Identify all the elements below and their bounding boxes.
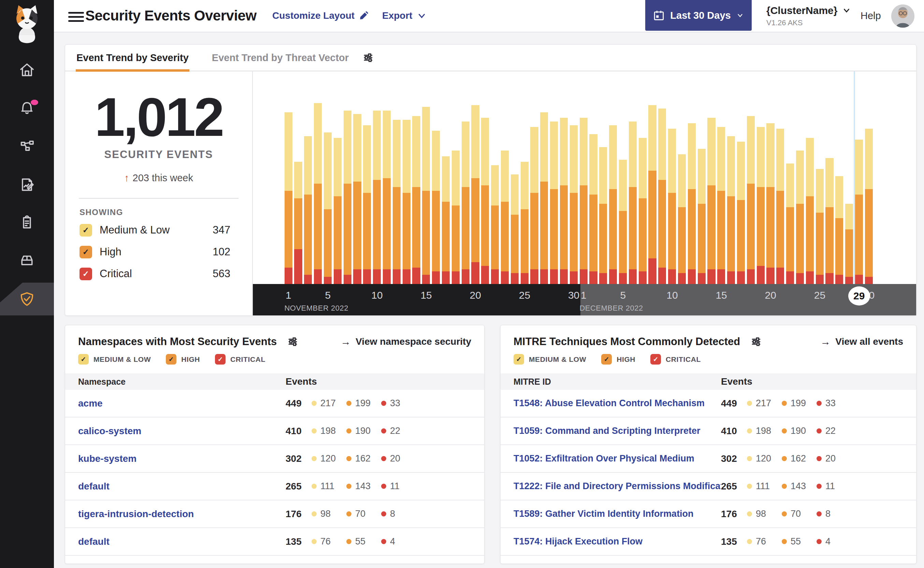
row-link[interactable]: T1059: Command and Scripting Interpreter xyxy=(514,426,701,436)
customize-layout-button[interactable]: Customize Layout xyxy=(272,10,369,21)
chart-bar[interactable] xyxy=(373,110,381,284)
chart-bar[interactable] xyxy=(442,156,450,284)
chart-bar[interactable] xyxy=(688,123,696,284)
tab-event-trend-by-threat-vector[interactable]: Event Trend by Threat Vector xyxy=(211,44,350,71)
chart-bar[interactable] xyxy=(491,165,499,284)
row-link[interactable]: default xyxy=(78,536,110,547)
chart-bar[interactable] xyxy=(707,118,715,284)
chip-critical[interactable]: ✓CRITICAL xyxy=(215,354,265,364)
chart-bar[interactable] xyxy=(806,138,814,284)
checkbox-high[interactable]: ✓ xyxy=(80,246,92,258)
chart-settings-button[interactable] xyxy=(362,52,374,63)
chart-bar[interactable] xyxy=(796,151,804,284)
row-link[interactable]: T1548: Abuse Elevation Control Mechanism xyxy=(514,398,705,408)
chart-bar[interactable] xyxy=(668,129,676,284)
sidebar-item-home[interactable] xyxy=(0,54,54,86)
chart-bar[interactable] xyxy=(580,118,588,284)
row-link[interactable]: T1222: File and Directory Permissions Mo… xyxy=(514,481,721,491)
sidebar-item-alerts[interactable] xyxy=(0,91,54,124)
chart-bar[interactable] xyxy=(501,151,509,284)
menu-icon[interactable] xyxy=(68,9,84,23)
chart-bar[interactable] xyxy=(452,151,460,284)
chart-bar[interactable] xyxy=(678,154,686,284)
sidebar-item-threat-defense[interactable] xyxy=(0,282,54,316)
severity-chart-plot[interactable] xyxy=(253,71,916,284)
row-link[interactable]: kube-system xyxy=(78,453,137,464)
chart-bar[interactable] xyxy=(609,125,617,284)
chart-bar[interactable] xyxy=(334,138,342,284)
view-all-events-link[interactable]: → View all events xyxy=(820,336,903,347)
chart-bar[interactable] xyxy=(639,138,647,284)
checkbox-critical[interactable]: ✓ xyxy=(80,267,92,280)
chart-bar[interactable] xyxy=(776,129,784,284)
row-link[interactable]: T1589: Gather Victim Identity Informatio… xyxy=(514,509,694,519)
chart-bar[interactable] xyxy=(629,121,637,284)
chart-bar[interactable] xyxy=(353,114,361,284)
chart-bar[interactable] xyxy=(845,204,853,284)
chart-bar[interactable] xyxy=(412,116,420,284)
chart-bar[interactable] xyxy=(324,133,332,284)
filter-critical[interactable]: ✓ Critical 563 xyxy=(80,263,230,285)
chart-bar[interactable] xyxy=(560,118,568,284)
chart-bar[interactable] xyxy=(717,127,725,284)
chart-bar[interactable] xyxy=(855,140,863,284)
chart-bar[interactable] xyxy=(816,169,824,284)
chart-bar[interactable] xyxy=(344,110,351,284)
chart-bar[interactable] xyxy=(314,103,322,284)
chip-medium-low[interactable]: ✓MEDIUM & LOW xyxy=(78,354,151,364)
chart-bar[interactable] xyxy=(511,174,519,284)
chart-bar[interactable] xyxy=(757,127,765,284)
chart-bar[interactable] xyxy=(865,129,873,284)
chart-bar[interactable] xyxy=(363,125,371,284)
chart-bar[interactable] xyxy=(521,162,529,284)
filter-medium-low[interactable]: ✓ Medium & Low 347 xyxy=(80,219,230,241)
chart-bar[interactable] xyxy=(648,105,656,284)
chart-bar[interactable] xyxy=(766,123,774,284)
chip-critical[interactable]: ✓CRITICAL xyxy=(650,354,701,364)
chart-bar[interactable] xyxy=(835,176,843,284)
cluster-selector[interactable]: {ClusterName} V1.26 AKS xyxy=(766,5,851,27)
view-namespace-security-link[interactable]: → View namespace security xyxy=(341,336,471,347)
chart-bar[interactable] xyxy=(570,125,578,284)
chart-bar[interactable] xyxy=(462,121,469,284)
namespaces-settings-button[interactable] xyxy=(287,336,298,347)
chart-bar[interactable] xyxy=(294,162,302,284)
chart-bar[interactable] xyxy=(471,105,479,284)
row-link[interactable]: acme xyxy=(78,398,103,409)
row-link[interactable]: T1574: Hijack Execution Flow xyxy=(514,536,642,547)
filter-high[interactable]: ✓ High 102 xyxy=(80,241,230,263)
mitre-settings-button[interactable] xyxy=(750,336,762,347)
sidebar-item-workloads[interactable] xyxy=(0,244,54,276)
row-link[interactable]: T1052: Exfiltration Over Physical Medium xyxy=(514,453,694,464)
chip-high[interactable]: ✓HIGH xyxy=(601,354,635,364)
sidebar-item-policies[interactable] xyxy=(0,168,54,201)
chart-bar[interactable] xyxy=(786,163,794,284)
chart-bar[interactable] xyxy=(747,116,755,284)
chart-bar[interactable] xyxy=(540,112,548,284)
row-link[interactable]: calico-system xyxy=(78,426,141,436)
checkbox-medium-low[interactable]: ✓ xyxy=(80,224,92,237)
chart-bar[interactable] xyxy=(727,136,735,284)
chart-bar[interactable] xyxy=(432,131,440,284)
chart-bar[interactable] xyxy=(737,142,745,284)
chart-bar[interactable] xyxy=(393,120,401,284)
chip-high[interactable]: ✓HIGH xyxy=(166,354,200,364)
chart-bar[interactable] xyxy=(422,107,430,284)
chart-bar[interactable] xyxy=(402,120,410,284)
chart-bar[interactable] xyxy=(550,121,558,284)
calico-cat-logo[interactable] xyxy=(8,3,46,44)
chart-bar[interactable] xyxy=(599,147,607,284)
chart-bar[interactable] xyxy=(383,110,391,284)
chart-bar[interactable] xyxy=(619,160,627,284)
row-link[interactable]: default xyxy=(78,481,110,491)
chip-medium-low[interactable]: ✓MEDIUM & LOW xyxy=(514,354,586,364)
sidebar-item-compliance[interactable] xyxy=(0,206,54,239)
chart-bar[interactable] xyxy=(530,127,538,284)
chart-bar[interactable] xyxy=(481,118,489,284)
chart-bar[interactable] xyxy=(304,136,312,284)
help-link[interactable]: Help xyxy=(861,10,881,21)
chart-bar[interactable] xyxy=(825,158,833,284)
chart-bar[interactable] xyxy=(589,134,597,284)
sidebar-item-service-graph[interactable] xyxy=(0,129,54,162)
chart-bar[interactable] xyxy=(698,149,705,284)
